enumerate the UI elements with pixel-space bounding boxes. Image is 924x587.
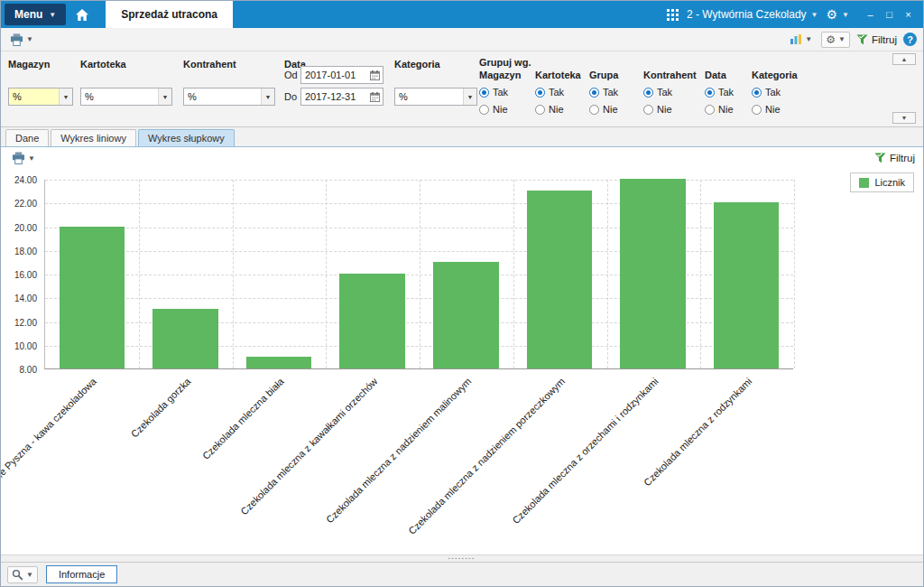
radio-icon bbox=[705, 88, 715, 98]
radio-label: Tak bbox=[765, 87, 781, 98]
magazyn-select[interactable]: % ▼ bbox=[8, 88, 73, 106]
help-button[interactable]: ? bbox=[903, 33, 917, 46]
bar[interactable] bbox=[433, 262, 499, 368]
date-to-field[interactable]: 2017-12-31 bbox=[300, 88, 383, 106]
group-kontrahent-nie[interactable]: Nie bbox=[643, 104, 697, 115]
informacje-button[interactable]: Informacje bbox=[46, 565, 117, 583]
radio-label: Tak bbox=[549, 87, 564, 98]
home-button[interactable] bbox=[66, 1, 98, 28]
group-kartoteka-nie[interactable]: Nie bbox=[535, 104, 581, 115]
y-tick-label: 10.00 bbox=[1, 341, 37, 351]
calendar-icon[interactable] bbox=[367, 92, 383, 102]
bar-slot bbox=[45, 180, 139, 368]
radio-icon bbox=[705, 105, 715, 115]
gear-icon: ⚙ bbox=[827, 8, 838, 21]
statusbar-zoom-button[interactable]: ▼ bbox=[7, 566, 38, 583]
group-kontrahent-tak[interactable]: Tak bbox=[643, 87, 697, 98]
group-magazyn-nie[interactable]: Nie bbox=[479, 104, 521, 115]
tab-wykres-slupkowy[interactable]: Wykres słupkowy bbox=[138, 129, 235, 146]
radio-icon bbox=[589, 88, 599, 98]
printer-icon bbox=[10, 33, 23, 46]
tab-dane[interactable]: Dane bbox=[5, 129, 49, 146]
window-controls: – □ × bbox=[863, 9, 916, 20]
chevron-down-icon: ▼ bbox=[59, 89, 72, 105]
chart-filter-button[interactable]: Filtruj bbox=[874, 153, 915, 163]
bar[interactable] bbox=[527, 191, 593, 368]
chevron-down-icon: ▼ bbox=[842, 11, 849, 19]
print-button[interactable]: ▼ bbox=[7, 32, 36, 48]
close-button[interactable]: × bbox=[901, 9, 916, 20]
kartoteka-select[interactable]: % ▼ bbox=[80, 88, 172, 106]
group-label: Kategoria bbox=[752, 70, 798, 80]
bar[interactable] bbox=[620, 179, 686, 368]
bar-chart: Licznik 8.0010.0012.0014.0016.0018.0020.… bbox=[1, 169, 923, 554]
radio-label: Nie bbox=[603, 104, 618, 115]
chart-settings-button[interactable]: ⚙ ▼ bbox=[821, 32, 850, 48]
group-kategoria-nie[interactable]: Nie bbox=[752, 104, 798, 115]
chart-legend: Licznik bbox=[850, 172, 914, 192]
bar[interactable] bbox=[60, 227, 125, 369]
radio-label: Tak bbox=[493, 87, 508, 98]
bar[interactable] bbox=[339, 274, 405, 368]
y-tick-label: 24.00 bbox=[1, 175, 37, 185]
radio-label: Nie bbox=[493, 104, 508, 115]
group-magazyn-tak[interactable]: Tak bbox=[479, 87, 521, 98]
calendar-icon[interactable] bbox=[367, 70, 383, 80]
y-tick-label: 18.00 bbox=[1, 247, 37, 256]
collapse-filter-panel-button[interactable]: ▲ bbox=[892, 53, 916, 65]
group-data-tak[interactable]: Tak bbox=[705, 87, 734, 98]
bar[interactable] bbox=[714, 202, 780, 368]
magnifier-icon bbox=[12, 569, 23, 581]
radio-icon bbox=[752, 105, 762, 115]
radio-label: Tak bbox=[657, 87, 672, 98]
pane-splitter[interactable]: ▪▪▪▪▪▪▪▪ bbox=[1, 554, 923, 562]
filter-apply-button[interactable]: Filtruj bbox=[856, 34, 897, 45]
expand-filter-panel-button[interactable]: ▼ bbox=[892, 112, 916, 124]
radio-icon bbox=[535, 88, 545, 98]
plot-area bbox=[44, 180, 793, 369]
tab-wykres-liniowy[interactable]: Wykres liniowy bbox=[51, 129, 136, 146]
menu-button[interactable]: Menu ▼ bbox=[5, 4, 66, 25]
page-tab-sprzedaz-utracona[interactable]: Sprzedaż utracona bbox=[106, 1, 233, 28]
splitter-grip-icon: ▪▪▪▪▪▪▪▪ bbox=[448, 556, 476, 561]
bars bbox=[45, 180, 793, 368]
bar-slot bbox=[420, 180, 513, 368]
group-data-nie[interactable]: Nie bbox=[705, 104, 734, 115]
maximize-button[interactable]: □ bbox=[882, 9, 897, 20]
x-tick-label: Czekolada mleczna biała bbox=[200, 376, 286, 461]
chevron-down-icon: ▼ bbox=[463, 89, 476, 105]
chevron-down-icon: ▼ bbox=[28, 154, 35, 163]
statusbar: ▼ Informacje bbox=[1, 562, 923, 586]
y-tick-label: 16.00 bbox=[1, 270, 37, 280]
od-label: Od bbox=[284, 70, 298, 80]
company-selector[interactable]: 2 - Wytwórnia Czekolady ▼ bbox=[687, 8, 818, 21]
minimize-button[interactable]: – bbox=[863, 9, 878, 20]
menu-button-label: Menu bbox=[14, 8, 42, 21]
chart-type-button[interactable]: ▼ bbox=[787, 32, 815, 47]
group-grupa-nie[interactable]: Nie bbox=[589, 104, 618, 115]
kategoria-select[interactable]: % ▼ bbox=[394, 88, 477, 106]
chevron-down-icon: ▼ bbox=[838, 35, 845, 43]
home-icon bbox=[75, 8, 89, 22]
chart-print-button[interactable]: ▼ bbox=[9, 150, 38, 166]
bar-slot bbox=[326, 180, 420, 368]
bar[interactable] bbox=[152, 309, 218, 368]
group-kategoria-tak[interactable]: Tak bbox=[752, 87, 798, 98]
group-label: Data bbox=[705, 70, 734, 80]
filter-apply-label: Filtruj bbox=[872, 34, 897, 45]
settings-menu-button[interactable]: ⚙ ▼ bbox=[827, 8, 849, 21]
group-kartoteka-tak[interactable]: Tak bbox=[535, 87, 581, 98]
group-label: Grupa bbox=[589, 70, 618, 80]
filter-toolbar: ▼ ▼ ⚙ ▼ Filtruj bbox=[1, 28, 923, 51]
apps-grid-button[interactable] bbox=[667, 9, 679, 21]
date-from-field[interactable]: 2017-01-01 bbox=[300, 66, 383, 84]
x-tick-label: Czekolada gorzka bbox=[128, 376, 192, 440]
x-labels: Cafe Pyszna - kawa czekoladowaCzekolada … bbox=[44, 369, 793, 550]
kontrahent-select[interactable]: % ▼ bbox=[183, 88, 275, 106]
radio-icon bbox=[479, 88, 489, 98]
chevron-down-icon: ▼ bbox=[26, 571, 33, 579]
group-grupa-tak[interactable]: Tak bbox=[589, 87, 618, 98]
bar[interactable] bbox=[246, 357, 312, 368]
chevron-down-icon: ▼ bbox=[26, 35, 33, 43]
company-selector-label: 2 - Wytwórnia Czekolady bbox=[687, 8, 807, 21]
